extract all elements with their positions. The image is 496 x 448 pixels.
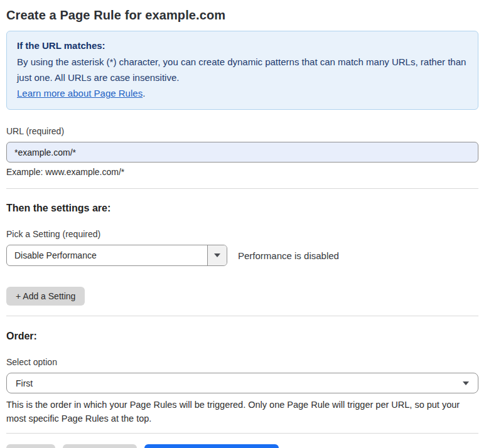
settings-section-heading: Then the settings are:	[6, 202, 478, 214]
save-as-draft-button[interactable]: Save as Draft	[63, 444, 137, 448]
save-and-deploy-button[interactable]: Save and Deploy Page Rule	[144, 444, 279, 448]
learn-more-link[interactable]: Learn more about Page Rules	[17, 88, 143, 99]
info-box-link-line: Learn more about Page Rules.	[17, 85, 468, 102]
url-match-info-box: If the URL matches: By using the asteris…	[6, 31, 478, 110]
info-box-heading: If the URL matches:	[17, 38, 468, 54]
chevron-down-icon	[214, 253, 220, 257]
order-help-text: This is the order in which your Page Rul…	[6, 398, 476, 425]
link-suffix: .	[143, 88, 145, 99]
order-select-value: First	[16, 378, 33, 388]
create-page-rule-form: Create a Page Rule for example.com If th…	[6, 8, 478, 448]
url-input[interactable]	[6, 142, 478, 163]
order-select[interactable]: First	[6, 373, 478, 393]
url-example-text: Example: www.example.com/*	[6, 167, 478, 177]
chevron-down-icon	[463, 381, 469, 385]
setting-status-text: Performance is disabled	[238, 250, 339, 261]
pick-setting-label: Pick a Setting (required)	[6, 229, 478, 240]
setting-row: Disable Performance Performance is disab…	[6, 245, 478, 266]
divider	[6, 433, 478, 434]
divider	[6, 188, 478, 189]
page-title: Create a Page Rule for example.com	[6, 8, 478, 23]
order-select-label: Select option	[6, 357, 478, 368]
url-field-label: URL (required)	[6, 126, 478, 137]
setting-select[interactable]: Disable Performance	[6, 245, 227, 266]
info-box-body: By using the asterisk (*) character, you…	[17, 54, 468, 85]
order-section-heading: Order:	[6, 330, 478, 342]
setting-select-value: Disable Performance	[7, 245, 207, 265]
cancel-button[interactable]: Cancel	[6, 444, 55, 448]
footer-actions: Cancel Save as Draft Save and Deploy Pag…	[6, 444, 478, 448]
divider	[6, 316, 478, 316]
setting-select-arrow-button[interactable]	[207, 245, 227, 265]
add-setting-button[interactable]: + Add a Setting	[6, 287, 85, 306]
